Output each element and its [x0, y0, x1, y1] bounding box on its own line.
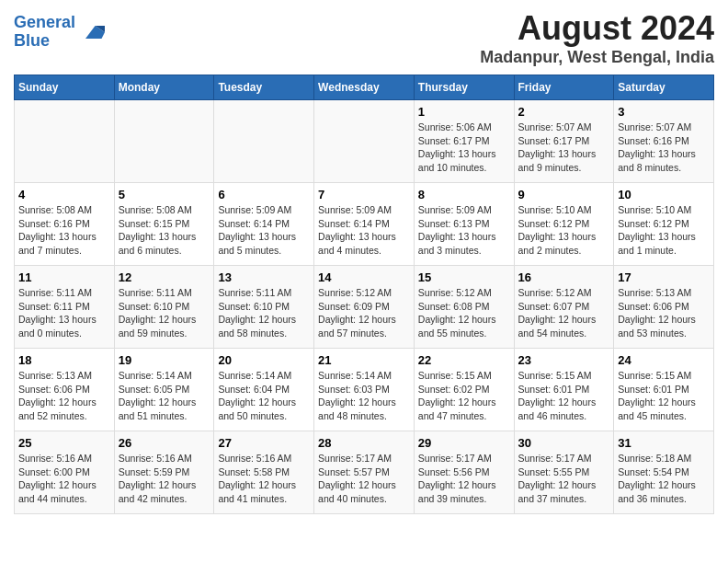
day-number: 18 — [18, 353, 110, 367]
day-number: 13 — [218, 270, 310, 284]
column-header-monday: Monday — [114, 75, 214, 100]
calendar-table: SundayMondayTuesdayWednesdayThursdayFrid… — [14, 75, 714, 514]
day-info: Sunrise: 5:14 AM Sunset: 6:03 PM Dayligh… — [318, 369, 410, 423]
day-number: 8 — [418, 188, 510, 201]
calendar-cell: 24Sunrise: 5:15 AM Sunset: 6:01 PM Dayli… — [614, 349, 714, 431]
day-info: Sunrise: 5:12 AM Sunset: 6:08 PM Dayligh… — [418, 286, 510, 340]
calendar-cell: 26Sunrise: 5:16 AM Sunset: 5:59 PM Dayli… — [114, 431, 214, 514]
day-number: 2 — [518, 105, 610, 119]
day-number: 16 — [518, 270, 610, 284]
calendar-cell: 23Sunrise: 5:15 AM Sunset: 6:01 PM Dayli… — [514, 349, 614, 431]
day-number: 28 — [318, 436, 410, 450]
column-header-tuesday: Tuesday — [214, 75, 314, 100]
main-title: August 2024 — [480, 9, 714, 48]
calendar-cell — [114, 100, 214, 183]
day-number: 25 — [18, 436, 110, 450]
day-info: Sunrise: 5:09 AM Sunset: 6:13 PM Dayligh… — [418, 203, 510, 258]
calendar-cell: 13Sunrise: 5:11 AM Sunset: 6:10 PM Dayli… — [214, 266, 314, 349]
calendar-cell: 14Sunrise: 5:12 AM Sunset: 6:09 PM Dayli… — [314, 266, 415, 349]
day-info: Sunrise: 5:08 AM Sunset: 6:16 PM Dayligh… — [18, 203, 110, 258]
calendar-cell: 7Sunrise: 5:09 AM Sunset: 6:14 PM Daylig… — [314, 183, 415, 266]
day-info: Sunrise: 5:18 AM Sunset: 5:54 PM Dayligh… — [618, 452, 710, 506]
day-number: 10 — [618, 188, 710, 201]
logo-icon — [79, 19, 105, 45]
calendar-cell: 28Sunrise: 5:17 AM Sunset: 5:57 PM Dayli… — [314, 431, 415, 514]
calendar-body: 1Sunrise: 5:06 AM Sunset: 6:17 PM Daylig… — [15, 100, 714, 514]
calendar-cell — [15, 100, 115, 183]
week-row-4: 18Sunrise: 5:13 AM Sunset: 6:06 PM Dayli… — [15, 349, 714, 431]
column-header-thursday: Thursday — [414, 75, 514, 100]
day-number: 21 — [318, 353, 410, 367]
week-row-3: 11Sunrise: 5:11 AM Sunset: 6:11 PM Dayli… — [15, 266, 714, 349]
column-header-wednesday: Wednesday — [314, 75, 415, 100]
calendar-cell: 6Sunrise: 5:09 AM Sunset: 6:14 PM Daylig… — [214, 183, 314, 266]
calendar-cell — [314, 100, 415, 183]
calendar-cell: 19Sunrise: 5:14 AM Sunset: 6:05 PM Dayli… — [114, 349, 214, 431]
calendar-cell: 11Sunrise: 5:11 AM Sunset: 6:11 PM Dayli… — [15, 266, 115, 349]
day-info: Sunrise: 5:07 AM Sunset: 6:17 PM Dayligh… — [518, 121, 610, 175]
calendar-cell: 25Sunrise: 5:16 AM Sunset: 6:00 PM Dayli… — [15, 431, 115, 514]
day-info: Sunrise: 5:09 AM Sunset: 6:14 PM Dayligh… — [218, 203, 310, 258]
calendar-cell: 15Sunrise: 5:12 AM Sunset: 6:08 PM Dayli… — [414, 266, 514, 349]
day-info: Sunrise: 5:15 AM Sunset: 6:02 PM Dayligh… — [418, 369, 510, 423]
day-info: Sunrise: 5:16 AM Sunset: 5:59 PM Dayligh… — [119, 452, 210, 506]
calendar-cell: 27Sunrise: 5:16 AM Sunset: 5:58 PM Dayli… — [214, 431, 314, 514]
day-info: Sunrise: 5:17 AM Sunset: 5:55 PM Dayligh… — [518, 452, 610, 506]
subtitle: Madanpur, West Bengal, India — [480, 48, 714, 67]
day-info: Sunrise: 5:12 AM Sunset: 6:07 PM Dayligh… — [518, 286, 610, 340]
day-info: Sunrise: 5:06 AM Sunset: 6:17 PM Dayligh… — [418, 121, 510, 175]
day-number: 24 — [618, 353, 710, 367]
day-info: Sunrise: 5:12 AM Sunset: 6:09 PM Dayligh… — [318, 286, 410, 340]
column-header-sunday: Sunday — [15, 75, 115, 100]
day-info: Sunrise: 5:13 AM Sunset: 6:06 PM Dayligh… — [18, 369, 110, 423]
day-info: Sunrise: 5:10 AM Sunset: 6:12 PM Dayligh… — [618, 203, 710, 258]
day-number: 31 — [618, 436, 710, 450]
day-info: Sunrise: 5:15 AM Sunset: 6:01 PM Dayligh… — [518, 369, 610, 423]
day-info: Sunrise: 5:11 AM Sunset: 6:10 PM Dayligh… — [119, 286, 210, 340]
day-number: 1 — [418, 105, 510, 119]
calendar-cell: 9Sunrise: 5:10 AM Sunset: 6:12 PM Daylig… — [514, 183, 614, 266]
day-number: 3 — [618, 105, 710, 119]
day-number: 23 — [518, 353, 610, 367]
calendar-cell: 30Sunrise: 5:17 AM Sunset: 5:55 PM Dayli… — [514, 431, 614, 514]
day-number: 12 — [119, 270, 210, 284]
calendar-cell: 18Sunrise: 5:13 AM Sunset: 6:06 PM Dayli… — [15, 349, 115, 431]
day-number: 17 — [618, 270, 710, 284]
day-info: Sunrise: 5:08 AM Sunset: 6:15 PM Dayligh… — [119, 203, 210, 258]
day-info: Sunrise: 5:09 AM Sunset: 6:14 PM Dayligh… — [318, 203, 410, 258]
calendar-cell: 3Sunrise: 5:07 AM Sunset: 6:16 PM Daylig… — [614, 100, 714, 183]
day-info: Sunrise: 5:07 AM Sunset: 6:16 PM Dayligh… — [618, 121, 710, 175]
day-number: 27 — [218, 436, 310, 450]
calendar-cell: 4Sunrise: 5:08 AM Sunset: 6:16 PM Daylig… — [15, 183, 115, 266]
day-info: Sunrise: 5:13 AM Sunset: 6:06 PM Dayligh… — [618, 286, 710, 340]
day-info: Sunrise: 5:14 AM Sunset: 6:04 PM Dayligh… — [218, 369, 310, 423]
day-number: 5 — [119, 188, 210, 201]
day-number: 30 — [518, 436, 610, 450]
day-info: Sunrise: 5:17 AM Sunset: 5:56 PM Dayligh… — [418, 452, 510, 506]
week-row-5: 25Sunrise: 5:16 AM Sunset: 6:00 PM Dayli… — [15, 431, 714, 514]
day-info: Sunrise: 5:15 AM Sunset: 6:01 PM Dayligh… — [618, 369, 710, 423]
calendar-cell: 5Sunrise: 5:08 AM Sunset: 6:15 PM Daylig… — [114, 183, 214, 266]
day-number: 15 — [418, 270, 510, 284]
day-number: 19 — [119, 353, 210, 367]
day-number: 9 — [518, 188, 610, 201]
day-info: Sunrise: 5:11 AM Sunset: 6:10 PM Dayligh… — [218, 286, 310, 340]
calendar-cell: 2Sunrise: 5:07 AM Sunset: 6:17 PM Daylig… — [514, 100, 614, 183]
calendar-cell: 29Sunrise: 5:17 AM Sunset: 5:56 PM Dayli… — [414, 431, 514, 514]
day-number: 7 — [318, 188, 410, 201]
week-row-1: 1Sunrise: 5:06 AM Sunset: 6:17 PM Daylig… — [15, 100, 714, 183]
logo: General Blue — [14, 14, 105, 51]
calendar-cell: 17Sunrise: 5:13 AM Sunset: 6:06 PM Dayli… — [614, 266, 714, 349]
calendar-cell: 31Sunrise: 5:18 AM Sunset: 5:54 PM Dayli… — [614, 431, 714, 514]
calendar-cell: 16Sunrise: 5:12 AM Sunset: 6:07 PM Dayli… — [514, 266, 614, 349]
day-number: 26 — [119, 436, 210, 450]
day-number: 6 — [218, 188, 310, 201]
week-row-2: 4Sunrise: 5:08 AM Sunset: 6:16 PM Daylig… — [15, 183, 714, 266]
calendar-cell: 8Sunrise: 5:09 AM Sunset: 6:13 PM Daylig… — [414, 183, 514, 266]
day-info: Sunrise: 5:11 AM Sunset: 6:11 PM Dayligh… — [18, 286, 110, 340]
calendar-cell — [214, 100, 314, 183]
day-number: 20 — [218, 353, 310, 367]
day-info: Sunrise: 5:17 AM Sunset: 5:57 PM Dayligh… — [318, 452, 410, 506]
calendar-header-row: SundayMondayTuesdayWednesdayThursdayFrid… — [15, 75, 714, 100]
calendar-cell: 21Sunrise: 5:14 AM Sunset: 6:03 PM Dayli… — [314, 349, 415, 431]
